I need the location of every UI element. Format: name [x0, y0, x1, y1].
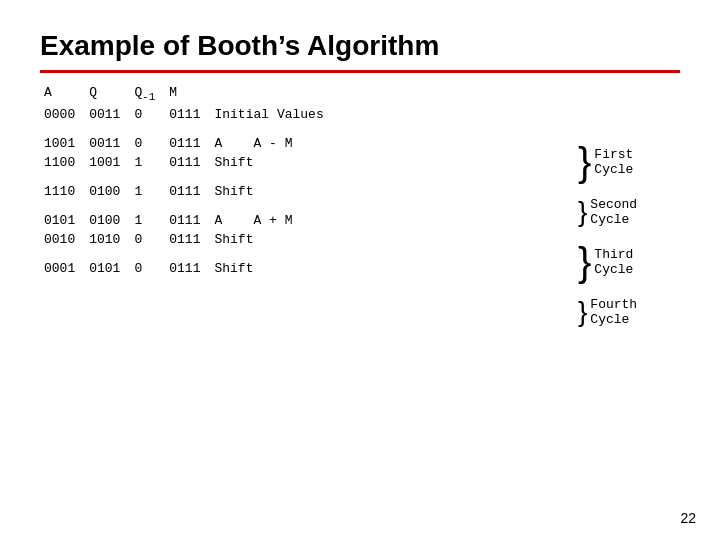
- cell-Q1: 0: [130, 134, 165, 153]
- fourth-cycle-brace: }: [578, 291, 587, 333]
- cell-desc: Shift: [210, 182, 333, 201]
- first-cycle-label-line1: First: [594, 147, 633, 162]
- second-cycle-label-line1: Second: [590, 197, 637, 212]
- spacer-initial: [578, 113, 680, 133]
- cell-M: 0111: [165, 153, 210, 172]
- second-cycle-brace: }: [578, 191, 587, 233]
- cell-Q1: 0: [130, 259, 165, 278]
- second-cycle-entry: } Second Cycle: [578, 191, 680, 233]
- table-row: 0010 1010 0 0111 Shift: [40, 230, 334, 249]
- third-cycle-label-line1: Third: [594, 247, 633, 262]
- col-Q1-header: Q-1: [130, 83, 165, 105]
- table-row: 1100 1001 1 0111 Shift: [40, 153, 334, 172]
- cell-M: 0111: [165, 230, 210, 249]
- cell-Q1: 1: [130, 153, 165, 172]
- page: Example of Booth’s Algorithm A Q Q-1 M: [0, 0, 720, 540]
- cell-Q1: 1: [130, 182, 165, 201]
- third-cycle-label-line2: Cycle: [594, 262, 633, 277]
- cell-M: 0111: [165, 182, 210, 201]
- cell-desc: A A - M: [210, 134, 333, 153]
- table-row: 1110 0100 1 0111 Shift: [40, 182, 334, 201]
- page-title: Example of Booth’s Algorithm: [40, 30, 680, 62]
- cell-desc: Shift: [210, 153, 333, 172]
- cell-Q1: 0: [130, 105, 165, 124]
- cell-A: 0101: [40, 211, 85, 230]
- cell-A: 0010: [40, 230, 85, 249]
- cell-A: 0000: [40, 105, 85, 124]
- divider: [40, 70, 680, 73]
- cell-M: 0111: [165, 105, 210, 124]
- table-row: 0101 0100 1 0111 A A + M: [40, 211, 334, 230]
- cell-M: 0111: [165, 259, 210, 278]
- table-row: 0000 0011 0 0111 Initial Values: [40, 105, 334, 124]
- first-cycle-label-block: First Cycle: [594, 147, 633, 177]
- cell-Q: 0100: [85, 182, 130, 201]
- content-wrapper: A Q Q-1 M 0000 0011 0 0111 Initial Value…: [40, 83, 680, 333]
- fourth-cycle-label-line1: Fourth: [590, 297, 637, 312]
- page-number: 22: [680, 510, 696, 526]
- cell-Q: 0011: [85, 134, 130, 153]
- cell-desc: Shift: [210, 230, 333, 249]
- cell-A: 0001: [40, 259, 85, 278]
- col-Q-header: Q: [85, 83, 130, 105]
- cell-M: 0111: [165, 134, 210, 153]
- cell-A: 1100: [40, 153, 85, 172]
- first-cycle-label-line2: Cycle: [594, 162, 633, 177]
- spacer-row: [40, 201, 334, 211]
- cell-Q1: 0: [130, 230, 165, 249]
- second-cycle-label-block: Second Cycle: [590, 197, 637, 227]
- cell-Q: 0101: [85, 259, 130, 278]
- cell-Q: 1010: [85, 230, 130, 249]
- cell-M: 0111: [165, 211, 210, 230]
- header-row: A Q Q-1 M: [40, 83, 334, 105]
- col-desc-header: [210, 83, 333, 105]
- spacer-pre-third: [578, 233, 680, 241]
- cell-desc: Shift: [210, 259, 333, 278]
- spacer-pre-fourth: [578, 283, 680, 291]
- cell-desc: Initial Values: [210, 105, 333, 124]
- left-block: A Q Q-1 M 0000 0011 0 0111 Initial Value…: [40, 83, 570, 278]
- spacer-row: [40, 124, 334, 134]
- third-cycle-label-block: Third Cycle: [594, 247, 633, 277]
- spacer-pre-first: [578, 133, 680, 141]
- fourth-cycle-entry: } Fourth Cycle: [578, 291, 680, 333]
- col-M-header: M: [165, 83, 210, 105]
- second-cycle-label-line2: Cycle: [590, 212, 637, 227]
- spacer-pre-second: [578, 183, 680, 191]
- col-A-header: A: [40, 83, 85, 105]
- first-cycle-entry: } First Cycle: [578, 141, 680, 183]
- third-cycle-entry: } Third Cycle: [578, 241, 680, 283]
- first-cycle-brace: }: [578, 141, 591, 183]
- cell-A: 1110: [40, 182, 85, 201]
- spacer-row: [40, 172, 334, 182]
- fourth-cycle-label-block: Fourth Cycle: [590, 297, 637, 327]
- cell-desc: A A + M: [210, 211, 333, 230]
- third-cycle-brace: }: [578, 241, 591, 283]
- cell-Q1: 1: [130, 211, 165, 230]
- algorithm-table: A Q Q-1 M 0000 0011 0 0111 Initial Value…: [40, 83, 334, 278]
- table-row: 1001 0011 0 0111 A A - M: [40, 134, 334, 153]
- spacer-row: [40, 249, 334, 259]
- cell-A: 1001: [40, 134, 85, 153]
- cell-Q: 0100: [85, 211, 130, 230]
- cell-Q: 1001: [85, 153, 130, 172]
- table-row: 0001 0101 0 0111 Shift: [40, 259, 334, 278]
- cell-Q: 0011: [85, 105, 130, 124]
- cycle-labels: } First Cycle } Second Cycle }: [570, 113, 680, 333]
- fourth-cycle-label-line2: Cycle: [590, 312, 637, 327]
